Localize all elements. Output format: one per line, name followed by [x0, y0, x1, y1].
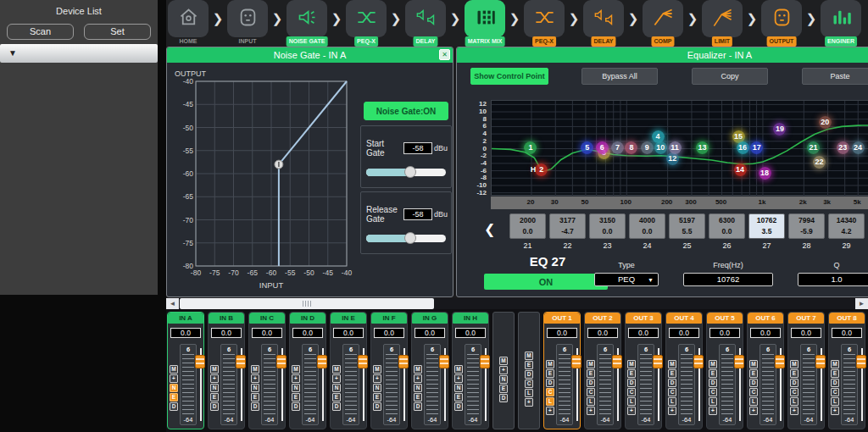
channel-gain-value[interactable]: 0.0	[455, 328, 486, 338]
master-btn-m[interactable]: M	[525, 352, 533, 360]
eq-on-button[interactable]: ON	[484, 274, 608, 290]
channel-btn-c[interactable]: C	[709, 388, 717, 396]
release-gate-value[interactable]: -58	[403, 208, 432, 220]
channel-btn-d[interactable]: D	[587, 379, 595, 387]
toolbar-item-peq-x[interactable]: PEQ-X	[346, 0, 387, 47]
slider-handle[interactable]	[404, 166, 416, 178]
channel-label[interactable]: IN H	[453, 313, 488, 324]
channel-gain-value[interactable]: 0.0	[211, 328, 242, 338]
toolbar-item-output[interactable]: OUTPUT	[761, 0, 802, 47]
channel-btn-l[interactable]: L	[790, 397, 798, 406]
channel-label[interactable]: IN C	[249, 313, 285, 324]
channel-btn-plus[interactable]: +	[627, 407, 636, 415]
channel-btn-m[interactable]: M	[292, 365, 300, 374]
channel-btn-m[interactable]: M	[373, 365, 381, 374]
channel-label[interactable]: IN G	[412, 313, 448, 324]
channel-gain-value[interactable]: 0.0	[252, 328, 282, 338]
channel-btn-m[interactable]: M	[414, 365, 422, 374]
channel-btn-d[interactable]: D	[251, 402, 259, 411]
channel-btn-plus[interactable]: +	[668, 407, 676, 415]
channel-btn-l[interactable]: L	[749, 397, 758, 406]
eq-band-cell[interactable]: 40000.0	[629, 213, 665, 239]
start-gate-slider[interactable]	[366, 169, 446, 176]
set-button[interactable]: Set	[84, 24, 151, 40]
fader-handle[interactable]	[358, 355, 368, 368]
channel-btn-l[interactable]: L	[668, 397, 676, 406]
freq-field[interactable]: 10762	[683, 273, 773, 286]
channel-btn-e[interactable]: E	[831, 369, 839, 378]
scroll-right-icon[interactable]: ►	[855, 298, 868, 309]
channel-gain-value[interactable]: 0.0	[415, 328, 445, 338]
channel-btn-plus[interactable]: +	[749, 407, 758, 415]
channel-btn-e[interactable]: E	[292, 393, 300, 402]
toolbar-item-noise-gate[interactable]: NOISE GATE	[287, 0, 327, 47]
channel-label[interactable]: OUT 7	[788, 313, 824, 324]
channel-btn-e[interactable]: E	[414, 393, 422, 402]
copy-button[interactable]: Copy	[692, 68, 768, 85]
channel-gain-value[interactable]: 0.0	[750, 328, 781, 338]
channel-btn-d[interactable]: D	[454, 402, 463, 411]
toolbar-item-enginer[interactable]: ENGINER	[821, 0, 861, 47]
channel-btn-c[interactable]: C	[668, 388, 676, 396]
fader-handle[interactable]	[815, 355, 826, 368]
channel-label[interactable]: OUT 2	[585, 313, 620, 324]
bypass-all-button[interactable]: Bypass All	[581, 68, 658, 85]
channel-btn-plus[interactable]: +	[454, 374, 463, 383]
channel-btn-plus[interactable]: +	[332, 374, 341, 383]
channel-btn-e[interactable]: E	[251, 393, 259, 402]
channel-btn-d[interactable]: D	[546, 379, 554, 387]
channel-gain-value[interactable]: 0.0	[709, 328, 740, 338]
channel-label[interactable]: OUT 6	[748, 313, 783, 324]
channel-btn-l[interactable]: L	[587, 397, 595, 406]
channel-btn-plus[interactable]: +	[790, 407, 798, 415]
channel-btn-plus[interactable]: +	[373, 374, 381, 383]
channel-gain-value[interactable]: 0.0	[374, 328, 404, 338]
device-dropdown[interactable]: ▼	[0, 44, 158, 63]
fader-handle[interactable]	[480, 355, 490, 368]
eq-band-cell[interactable]: 107623.5	[748, 213, 785, 239]
toolbar-item-home[interactable]: HOME	[168, 0, 209, 47]
eq-band-cell[interactable]: 3177-4.7	[549, 213, 586, 239]
master-btn-l[interactable]: L	[525, 389, 533, 397]
channel-btn-m[interactable]: M	[332, 365, 341, 374]
channel-gain-value[interactable]: 0.0	[292, 328, 323, 338]
channel-btn-e[interactable]: E	[668, 369, 676, 378]
channel-btn-n[interactable]: N	[251, 384, 259, 392]
fader-handle[interactable]	[571, 355, 581, 368]
channel-btn-c[interactable]: C	[627, 388, 636, 396]
channel-btn-d[interactable]: D	[749, 379, 758, 387]
scroll-left-icon[interactable]: ◄	[166, 298, 179, 309]
fader-handle[interactable]	[439, 355, 449, 368]
channel-btn-plus[interactable]: +	[414, 374, 422, 383]
channel-btn-d[interactable]: D	[414, 402, 422, 411]
channel-btn-d[interactable]: D	[292, 402, 300, 411]
channel-btn-d[interactable]: D	[627, 379, 636, 387]
channel-btn-e[interactable]: E	[709, 369, 717, 378]
channel-btn-d[interactable]: D	[210, 402, 219, 411]
toolbar-item-delay[interactable]: DELAY	[583, 0, 624, 47]
band-prev-arrow[interactable]: ❮	[484, 221, 495, 237]
noise-gate-on-button[interactable]: Noise Gate:ON	[364, 102, 448, 120]
channel-btn-c[interactable]: C	[831, 388, 839, 396]
toolbar-item-input[interactable]: INPUT	[227, 0, 268, 47]
channel-btn-e[interactable]: E	[170, 393, 178, 402]
toolbar-item-peq-x[interactable]: PEQ-X	[524, 0, 565, 47]
channel-gain-value[interactable]: 0.0	[587, 328, 618, 338]
channel-gain-value[interactable]: 0.0	[547, 328, 577, 338]
channel-btn-m[interactable]: M	[546, 360, 554, 368]
channel-btn-plus[interactable]: +	[210, 374, 219, 383]
fader-handle[interactable]	[195, 355, 205, 368]
channel-gain-value[interactable]: 0.0	[791, 328, 821, 338]
fader-handle[interactable]	[612, 355, 622, 368]
channel-btn-e[interactable]: E	[546, 369, 554, 378]
channel-label[interactable]: IN F	[371, 313, 407, 324]
channel-btn-e[interactable]: E	[749, 369, 758, 378]
show-control-point-button[interactable]: Show Control Point	[470, 68, 548, 85]
scan-button[interactable]: Scan	[7, 24, 74, 40]
channel-gain-value[interactable]: 0.0	[333, 328, 364, 338]
channel-btn-m[interactable]: M	[454, 365, 463, 374]
fader-handle[interactable]	[653, 355, 663, 368]
master-btn-d[interactable]: D	[499, 394, 508, 402]
channel-btn-plus[interactable]: +	[170, 374, 178, 383]
mixer-scrollbar[interactable]: ◄ ►	[166, 298, 868, 309]
